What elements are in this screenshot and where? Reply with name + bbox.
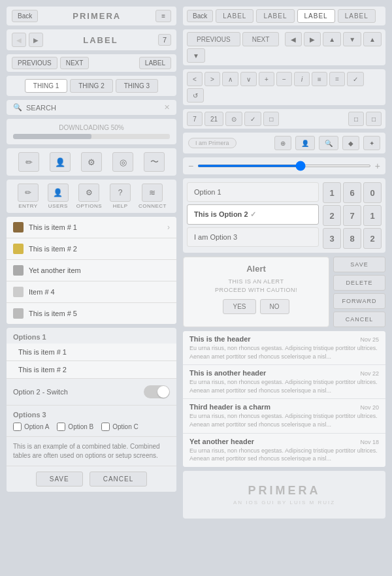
num-2[interactable]: 2 <box>323 205 341 226</box>
options-list-item1[interactable]: This is item # 1 <box>7 344 176 361</box>
forward-action-btn[interactable]: FORWARD <box>333 293 385 309</box>
option2-text: This is Option 2 <box>194 210 248 218</box>
search-input[interactable] <box>26 104 160 112</box>
tb3-21[interactable]: 21 <box>204 112 223 126</box>
prev-button[interactable]: PREVIOUS <box>12 57 57 69</box>
cancel-action-btn[interactable]: CANCEL <box>333 312 385 327</box>
arrow-left-btn[interactable]: ◀ <box>285 32 302 46</box>
list-item[interactable]: Yet another item <box>7 260 176 281</box>
tb2-italic[interactable]: i <box>294 72 310 86</box>
menu-button[interactable]: ≡ <box>155 10 171 22</box>
tb2-dn[interactable]: ∨ <box>240 72 257 86</box>
alert-yes-btn[interactable]: YES <box>223 299 255 314</box>
extra-btn-1[interactable]: ⊕ <box>274 136 291 150</box>
num-1b[interactable]: 1 <box>363 205 382 226</box>
option-btn-1[interactable]: Option 1 <box>187 182 319 202</box>
gear-icon-btn[interactable]: ⚙ <box>81 152 102 172</box>
tb3-check[interactable]: ✓ <box>244 112 261 126</box>
num-8[interactable]: 8 <box>343 228 361 249</box>
news-item-2[interactable]: This is another header Nov 22 Eu urna ri… <box>183 365 385 399</box>
tb3-sq1[interactable]: □ <box>263 112 279 126</box>
extra-btn-2[interactable]: 👤 <box>295 136 315 150</box>
list-item[interactable]: This is item # 1 › <box>7 217 176 238</box>
tb3-sq3[interactable]: □ <box>366 112 382 126</box>
num-1[interactable]: 1 <box>323 182 341 203</box>
entry-btn[interactable]: ✏ ENTRY <box>16 184 40 209</box>
num-7[interactable]: 7 <box>343 205 361 226</box>
users-btn[interactable]: 👤 USERS <box>46 184 70 209</box>
tb2-minus[interactable]: − <box>276 72 292 86</box>
prev-label-btn[interactable]: PREVIOUS <box>187 32 240 46</box>
back-button[interactable]: Back <box>12 10 38 22</box>
cancel-button[interactable]: CANCEL <box>90 472 148 487</box>
toggle-switch[interactable] <box>144 385 170 398</box>
alert-no-btn[interactable]: NO <box>260 299 289 314</box>
help-btn[interactable]: ? HELP <box>108 184 132 209</box>
right-tab-2[interactable]: LABEL <box>256 9 294 23</box>
option-btn-2[interactable]: This is Option 2 ✓ <box>187 204 319 225</box>
save-button[interactable]: SAVE <box>36 472 83 487</box>
checkbox-b-input[interactable] <box>57 423 65 431</box>
tb2-check[interactable]: ✓ <box>347 72 364 86</box>
checkbox-option-a[interactable]: Option A <box>13 423 49 431</box>
right-tab-1[interactable]: LABEL <box>216 9 253 23</box>
delete-action-btn[interactable]: DELETE <box>333 275 385 291</box>
primera-label[interactable]: I am Primera <box>188 138 237 148</box>
tb2-plus[interactable]: + <box>259 72 274 86</box>
checkbox-option-c[interactable]: Option C <box>101 423 138 431</box>
num-0[interactable]: 0 <box>363 182 382 203</box>
tb2-refresh[interactable]: ↺ <box>187 88 204 103</box>
tab-thing2[interactable]: THING 2 <box>70 79 112 93</box>
connect-btn[interactable]: ≋ CONNECT <box>139 184 167 209</box>
news-item-4[interactable]: Yet another header Nov 18 Eu urna risus,… <box>183 434 385 467</box>
right-back-button[interactable]: Back <box>187 10 213 22</box>
tb2-eq[interactable]: = <box>329 72 345 86</box>
extra-btn-3[interactable]: 🔍 <box>319 136 338 150</box>
num-3[interactable]: 3 <box>323 228 341 249</box>
checkbox-c-input[interactable] <box>101 423 110 431</box>
next-button[interactable]: NEXT <box>60 57 90 69</box>
users-icon-btn[interactable]: 👤 <box>50 152 71 172</box>
extra-btn-5[interactable]: ✦ <box>363 136 380 150</box>
arrow-up-btn[interactable]: ▲ <box>323 32 341 46</box>
media-next-button[interactable]: ▶ <box>29 33 43 47</box>
right-tab-4[interactable]: LABEL <box>338 9 376 23</box>
options-btn[interactable]: ⚙ OPTIONS <box>76 184 103 209</box>
checkbox-option-b[interactable]: Option B <box>57 423 93 431</box>
tb2-list[interactable]: ≡ <box>312 72 327 86</box>
arrow-down2-btn[interactable]: ▼ <box>187 48 205 63</box>
list-item[interactable]: This is item # 2 <box>7 238 176 260</box>
tb3-7[interactable]: 7 <box>187 112 203 126</box>
tb2-gt[interactable]: > <box>204 72 220 86</box>
pencil-icon-btn[interactable]: ✏ <box>18 152 39 172</box>
news-item-1[interactable]: This is the header Nov 25 Eu urna risus,… <box>183 331 385 365</box>
tab-thing3[interactable]: THING 3 <box>116 79 158 93</box>
next-label-btn[interactable]: NEXT <box>242 32 280 46</box>
options-list-item2[interactable]: This is item # 2 <box>7 361 176 379</box>
tb3-sq2[interactable]: □ <box>348 112 364 126</box>
page-label-button[interactable]: LABEL <box>139 57 171 69</box>
arrow-right-btn[interactable]: ▶ <box>304 32 321 46</box>
target-icon-btn[interactable]: ◎ <box>112 152 133 172</box>
options-card: Options 1 This is item # 1 This is item … <box>7 328 176 492</box>
checkbox-a-input[interactable] <box>13 423 22 431</box>
tb2-up[interactable]: ∧ <box>222 72 238 86</box>
num-2b[interactable]: 2 <box>363 228 382 249</box>
slider-input[interactable] <box>197 165 371 167</box>
list-item[interactable]: Item # 4 <box>7 281 176 303</box>
option-btn-3[interactable]: I am Option 3 <box>187 227 319 247</box>
clear-icon[interactable]: ✕ <box>164 103 170 112</box>
extra-btn-4[interactable]: ◆ <box>342 136 359 150</box>
tb3-circle[interactable]: ⊙ <box>225 112 242 126</box>
save-action-btn[interactable]: SAVE <box>333 257 385 272</box>
tab-thing1[interactable]: THING 1 <box>25 79 67 93</box>
media-prev-button[interactable]: ◀ <box>12 33 26 47</box>
right-tab-3[interactable]: LABEL <box>297 9 335 23</box>
wifi-icon-btn[interactable]: 〜 <box>144 152 165 172</box>
tb2-lt[interactable]: < <box>187 72 203 86</box>
num-6[interactable]: 6 <box>343 182 361 203</box>
arrow-up2-btn[interactable]: ▲ <box>363 32 382 46</box>
arrow-down-btn[interactable]: ▼ <box>343 32 361 46</box>
news-item-3[interactable]: Third header is a charm Nov 20 Eu urna r… <box>183 399 385 433</box>
list-item[interactable]: This is item # 5 <box>7 303 176 324</box>
